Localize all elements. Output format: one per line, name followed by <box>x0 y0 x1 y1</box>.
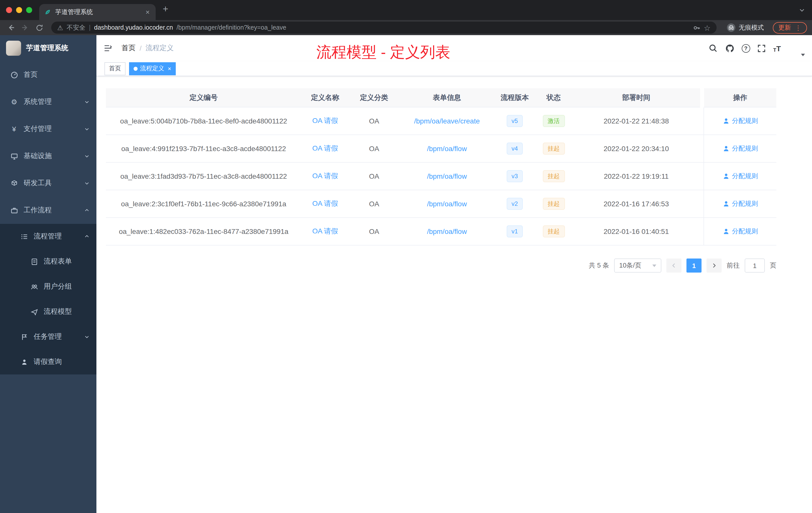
form-link[interactable]: /bpm/oa/flow <box>427 145 467 153</box>
sidebar-item-infrastructure[interactable]: 基础设施 <box>0 143 96 170</box>
definition-name-link[interactable]: OA 请假 <box>312 117 338 125</box>
status-badge: 挂起 <box>543 198 565 210</box>
sidebar-item-user-group[interactable]: 用户分组 <box>0 274 96 299</box>
fullscreen-icon[interactable] <box>756 43 767 54</box>
sidebar-item-leave-query[interactable]: 请假查询 <box>0 350 96 374</box>
col-header-id[interactable]: 定义编号 <box>106 88 301 108</box>
assign-rule-button[interactable]: 分配规则 <box>722 227 758 236</box>
version-badge[interactable]: v3 <box>506 170 523 182</box>
sidebar-item-dev-tools[interactable]: 研发工具 <box>0 170 96 197</box>
version-badge[interactable]: v4 <box>506 143 523 155</box>
browser-update-button[interactable]: 更新 ⋮ <box>773 22 807 33</box>
browser-menu-kebab-icon[interactable]: ⋮ <box>795 24 802 31</box>
app-navbar: 首页 / 流程定义 ? TT <box>96 35 812 61</box>
back-button[interactable] <box>5 22 17 34</box>
version-badge[interactable]: v5 <box>506 115 523 127</box>
fixed-column-gap <box>700 163 704 190</box>
page-goto-input[interactable] <box>745 259 765 273</box>
col-header-version[interactable]: 流程版本 <box>495 88 535 108</box>
password-key-icon[interactable] <box>693 24 700 31</box>
col-header-status[interactable]: 状态 <box>535 88 573 108</box>
col-header-actions[interactable]: 操作 <box>704 88 776 108</box>
github-icon[interactable] <box>724 43 735 54</box>
model-icon <box>30 308 38 316</box>
sidebar-item-payment[interactable]: ¥ 支付管理 <box>0 116 96 143</box>
tag-home[interactable]: 首页 <box>105 62 125 75</box>
chevron-down-icon <box>84 181 89 186</box>
next-page-button[interactable] <box>706 259 722 273</box>
prev-page-button[interactable] <box>666 259 682 273</box>
window-zoom-button[interactable] <box>26 7 32 13</box>
definition-name-link[interactable]: OA 请假 <box>312 227 338 236</box>
forward-button[interactable] <box>19 22 31 34</box>
cell-category: OA <box>349 108 399 135</box>
form-link[interactable]: /bpm/oa/flow <box>427 228 467 235</box>
tag-close-icon[interactable]: × <box>168 65 171 72</box>
page-size-select[interactable]: 10条/页 <box>614 259 661 273</box>
definition-name-link[interactable]: OA 请假 <box>312 199 338 208</box>
navbar-actions: ? TT <box>707 40 804 57</box>
sidebar-item-label: 研发工具 <box>24 179 52 188</box>
assign-rule-button[interactable]: 分配规则 <box>722 172 758 181</box>
font-size-icon[interactable]: TT <box>773 44 781 53</box>
bookmark-star-icon[interactable]: ☆ <box>704 24 710 31</box>
help-icon[interactable]: ? <box>742 44 750 53</box>
form-link[interactable]: /bpm/oa/flow <box>427 200 467 208</box>
window-close-button[interactable] <box>6 7 12 13</box>
search-icon[interactable] <box>707 43 718 54</box>
version-badge[interactable]: v2 <box>506 198 523 210</box>
definition-name-link[interactable]: OA 请假 <box>312 172 338 181</box>
version-badge[interactable]: v1 <box>506 225 523 237</box>
breadcrumb-home[interactable]: 首页 <box>121 44 136 53</box>
sidebar-item-workflow[interactable]: 工作流程 <box>0 197 96 224</box>
window-controls <box>0 0 39 20</box>
sidebar-item-task-management[interactable]: 任务管理 <box>0 324 96 350</box>
sidebar-item-system[interactable]: ⚙ 系统管理 <box>0 88 96 116</box>
app-shell: 芋道管理系统 首页 ⚙ 系统管理 ¥ 支付管理 <box>0 35 812 513</box>
col-header-name[interactable]: 定义名称 <box>301 88 349 108</box>
tab-search-chevron-icon[interactable] <box>799 7 805 13</box>
assign-rule-button[interactable]: 分配规则 <box>722 199 758 208</box>
assign-rule-button[interactable]: 分配规则 <box>722 144 758 153</box>
url-host: dashboard.yudao.iocoder.cn <box>94 24 173 31</box>
sidebar-item-label: 支付管理 <box>24 124 52 133</box>
status-badge: 挂起 <box>543 143 565 155</box>
tag-process-definition[interactable]: 流程定义 × <box>129 62 176 75</box>
col-header-deploy-time[interactable]: 部署时间 <box>573 88 700 108</box>
tag-label: 流程定义 <box>140 64 164 73</box>
sidebar-item-label: 首页 <box>24 70 38 79</box>
definition-name-link[interactable]: OA 请假 <box>312 144 338 153</box>
assign-rule-label: 分配规则 <box>732 199 758 208</box>
browser-tabstrip: 芋道管理系统 × + <box>0 0 812 20</box>
tab-close-icon[interactable]: × <box>145 8 151 16</box>
yen-icon: ¥ <box>10 125 18 133</box>
browser-tab[interactable]: 芋道管理系统 × <box>39 4 156 20</box>
sidebar-item-process-management[interactable]: 流程管理 <box>0 224 96 249</box>
url-bar[interactable]: ⚠ 不安全 | dashboard.yudao.iocoder.cn /bpm/… <box>51 22 717 34</box>
page-number-button[interactable]: 1 <box>687 259 701 273</box>
new-tab-button[interactable]: + <box>163 3 168 14</box>
security-label[interactable]: 不安全 <box>66 23 85 32</box>
window-minimize-button[interactable] <box>16 7 22 13</box>
breadcrumb-current: 流程定义 <box>146 44 174 53</box>
sidebar-item-label: 基础设施 <box>24 152 52 161</box>
form-link[interactable]: /bpm/oa/flow <box>427 172 467 180</box>
col-header-category[interactable]: 定义分类 <box>349 88 399 108</box>
sidebar-item-label: 工作流程 <box>24 206 52 215</box>
goto-label: 前往 <box>727 261 740 270</box>
hamburger-icon[interactable] <box>104 43 114 53</box>
sidebar-item-process-model[interactable]: 流程模型 <box>0 299 96 324</box>
sidebar-item-process-form[interactable]: 流程表单 <box>0 249 96 274</box>
col-header-form[interactable]: 表单信息 <box>399 88 495 108</box>
cell-deploy-time: 2022-01-22 21:48:38 <box>573 108 700 135</box>
form-link[interactable]: /bpm/oa/leave/create <box>414 117 480 125</box>
infrastructure-icon <box>10 152 18 160</box>
assign-rule-button[interactable]: 分配规则 <box>722 117 758 125</box>
sidebar-item-label: 系统管理 <box>24 97 52 107</box>
tags-view: 首页 流程定义 × <box>96 61 812 76</box>
user-avatar[interactable] <box>787 40 804 57</box>
overlay-annotation-title: 流程模型 - 定义列表 <box>316 42 450 63</box>
sidebar-item-home[interactable]: 首页 <box>0 61 96 88</box>
sidebar-logo[interactable]: 芋道管理系统 <box>0 35 96 61</box>
reload-button[interactable] <box>33 22 45 34</box>
